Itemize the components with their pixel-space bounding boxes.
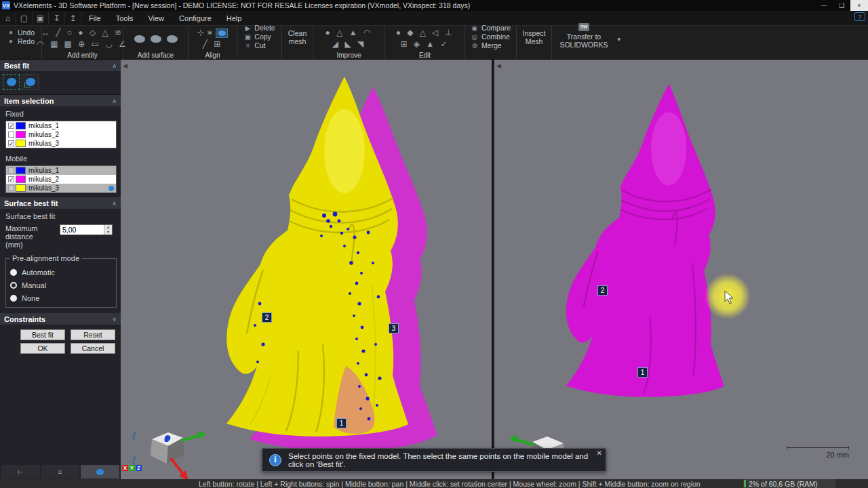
item-selection-section-header[interactable]: Item selection ∧ <box>0 95 121 106</box>
menu-bar: ⌂ ▢ ▣ ↧ ↥ File Tools View Configure Help… <box>0 11 868 26</box>
radio-label: Manual <box>22 281 46 289</box>
add-entity-icons-row1[interactable]: ↔ ╱ ○ ● ◇ △ ≋ <box>41 27 123 39</box>
redo-icon: ● <box>7 37 15 45</box>
chevron-up-icon: ∧ <box>112 62 117 69</box>
cut-button[interactable]: × Cut <box>243 41 275 49</box>
menu-tools[interactable]: Tools <box>108 11 141 25</box>
import-icon[interactable]: ↧ <box>49 12 65 24</box>
new-session-icon[interactable]: ▢ <box>16 12 33 24</box>
menu-configure[interactable]: Configure <box>172 11 219 25</box>
radio-icon <box>10 295 17 302</box>
radio-none[interactable]: None <box>10 294 112 302</box>
mesh-icon <box>96 469 104 475</box>
merge-button[interactable]: ⊕ Merge <box>471 41 511 49</box>
delete-button[interactable]: ▶ Delete <box>243 24 275 32</box>
minimize-button[interactable]: — <box>815 0 833 11</box>
spin-down-icon[interactable]: ▼ <box>104 230 112 235</box>
transfer-solidworks-button[interactable]: SW Transfer toSOLIDWORKS <box>555 27 612 52</box>
list-item[interactable]: ✓ mikulas_1 <box>6 121 116 130</box>
delete-icon: ▶ <box>243 24 252 32</box>
ok-button[interactable]: OK <box>20 343 65 354</box>
feedback-bubble-icon[interactable]: ? <box>854 12 865 21</box>
home-icon[interactable]: ⌂ <box>0 12 16 24</box>
compare-button[interactable]: ◉ Compare <box>471 24 511 32</box>
list-item[interactable]: ✓ mikulas_2 <box>6 175 116 184</box>
list-item[interactable]: ✓ mikulas_3 <box>6 139 116 148</box>
spin-up-icon[interactable]: ▲ <box>104 225 112 230</box>
constraints-section-header[interactable]: Constraints ∨ <box>0 313 121 325</box>
point-badge-2-fixed: 2 <box>262 312 272 323</box>
chevron-up-icon: ∧ <box>112 98 117 104</box>
export-icon[interactable]: ↥ <box>65 12 81 24</box>
redo-button[interactable]: ● Redo <box>7 37 35 45</box>
list-item[interactable]: mikulas_3 <box>6 184 116 192</box>
close-button[interactable]: × <box>850 0 868 11</box>
surface-best-fit-section-header[interactable]: Surface best fit ∧ <box>0 197 121 209</box>
align-icons-row2[interactable]: ╱ ⊞ <box>203 39 223 50</box>
add-surface-icon-2[interactable] <box>151 35 161 43</box>
point-badge-2-mobile: 2 <box>597 285 608 296</box>
checkbox[interactable] <box>8 167 14 174</box>
add-surface-icon-3[interactable] <box>167 35 178 43</box>
checkbox[interactable] <box>8 185 14 191</box>
banner-close-icon[interactable]: ✕ <box>597 449 602 457</box>
fixed-model-viewport[interactable]: ◀ <box>121 60 493 479</box>
collapse-panel-icon[interactable]: ◀ <box>496 62 501 69</box>
edit-icons-row1[interactable]: ● ◆ △ ◁ ⊥ <box>396 27 454 39</box>
inspect-mesh-button[interactable]: InspectMesh <box>519 27 550 52</box>
align-caption: Align <box>189 52 237 59</box>
edit-icons-row2[interactable]: ⊞ ◈ ▲ ✓ <box>400 39 449 50</box>
tab-mesh-view-selected[interactable] <box>81 465 119 479</box>
save-icon[interactable]: ▣ <box>33 12 49 24</box>
max-distance-input[interactable] <box>60 225 104 235</box>
bestfit-mode-button-1[interactable] <box>3 74 20 90</box>
list-item[interactable]: mikulas_2 <box>6 130 116 139</box>
add-surface-icon-1[interactable] <box>134 35 145 43</box>
improve-icons-row1[interactable]: ● △ ▲ ◠ <box>326 27 373 39</box>
status-bar: Left button: rotate | Left + Right butto… <box>0 479 868 488</box>
undo-button[interactable]: ● Undo <box>7 28 35 37</box>
instruction-text: Select points on the fixed model. Then s… <box>288 452 599 468</box>
combine-label: Combine <box>481 33 510 41</box>
scale-line <box>787 446 849 449</box>
add-entity-icons-row2[interactable]: ◠ ▦ ▩ ⊕ ▭ ◡ ∠ <box>37 39 128 50</box>
align-bestfit-icon-selected[interactable] <box>216 28 228 38</box>
max-distance-spinner: ▲ ▼ <box>60 224 113 235</box>
mobile-model-viewport[interactable]: ◀ <box>494 60 868 479</box>
reset-button[interactable]: Reset <box>71 329 115 340</box>
scale-label: 20 mm <box>787 451 849 459</box>
transfer-dropdown-icon[interactable]: ▼ <box>616 37 622 43</box>
tab-list-view[interactable]: ≡ <box>41 465 80 479</box>
list-item[interactable]: mikulas_1 <box>6 166 116 175</box>
menu-view[interactable]: View <box>140 11 172 25</box>
combine-button[interactable]: ◎ Combine <box>471 33 511 41</box>
copy-button[interactable]: ▣ Copy <box>243 33 275 41</box>
best-fit-section-header[interactable]: Best fit ∧ <box>0 60 121 71</box>
prealignment-mode-legend: Pre-alignment mode <box>10 254 81 262</box>
viewport-indicator-icon[interactable] <box>108 186 114 191</box>
align-points-icon[interactable]: ⊹ ∗ <box>197 27 213 39</box>
maximize-button[interactable]: ❑ <box>833 0 850 11</box>
radio-manual[interactable]: Manual <box>10 281 112 289</box>
improve-icons-row2[interactable]: ◢ ◣ ◥ <box>332 39 366 50</box>
item-label: mikulas_2 <box>28 131 59 138</box>
checkbox[interactable]: ✓ <box>8 123 14 129</box>
checkbox[interactable]: ✓ <box>8 140 14 146</box>
best-fit-button[interactable]: Best fit <box>20 329 65 340</box>
menu-help[interactable]: Help <box>219 11 250 25</box>
add-surface-group: Add surface <box>123 26 189 59</box>
radio-automatic[interactable]: Automatic <box>10 268 112 277</box>
cancel-button[interactable]: Cancel <box>71 343 115 354</box>
fixed-item-list: ✓ mikulas_1 mikulas_2 ✓ mikulas_3 <box>5 121 117 148</box>
menu-file[interactable]: File <box>81 11 108 25</box>
bestfit-mode-button-2[interactable] <box>22 74 39 90</box>
checkbox[interactable] <box>8 131 14 138</box>
navigation-cube[interactable] <box>134 431 206 479</box>
checkbox[interactable]: ✓ <box>8 176 14 182</box>
tab-tree-view[interactable]: ⊢ <box>1 465 40 479</box>
radio-label: None <box>22 294 39 302</box>
best-fit-panel: Best fit ∧ Item selection ∧ Fixed ✓ miku… <box>0 60 121 479</box>
clean-mesh-button[interactable]: Cleanmesh <box>284 27 311 52</box>
color-swatch <box>16 167 26 174</box>
collapse-panel-icon[interactable]: ◀ <box>123 62 127 69</box>
